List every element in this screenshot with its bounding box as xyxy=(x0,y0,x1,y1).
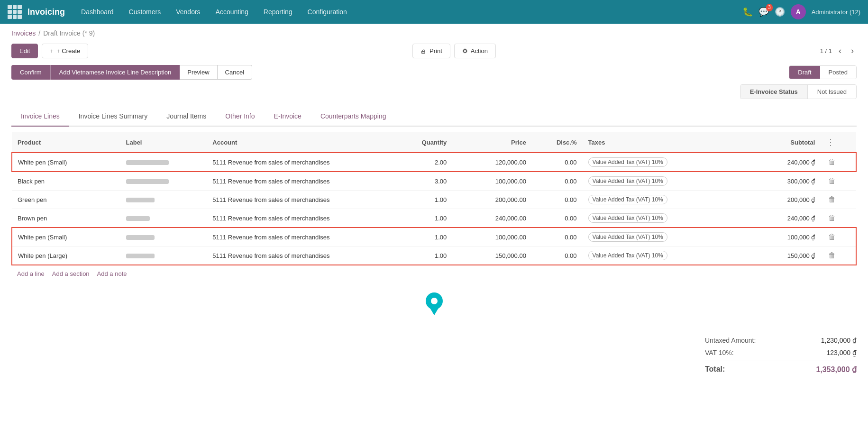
cell-delete[interactable]: 🗑 xyxy=(821,246,856,265)
vat-row: VAT 10%: 123,000 ₫ xyxy=(705,347,857,359)
col-header-actions: ⋮ xyxy=(821,132,856,153)
add-line-link[interactable]: Add a line xyxy=(17,270,45,277)
edit-button[interactable]: Edit xyxy=(11,44,38,58)
messages-icon[interactable]: 💬 3 xyxy=(758,7,769,17)
cell-quantity: 1.00 xyxy=(394,209,452,228)
clock-icon[interactable]: 🕐 xyxy=(775,7,785,17)
status-toggle: Draft Posted xyxy=(789,65,857,79)
breadcrumb-current: Draft Invoice (* 9) xyxy=(43,29,95,37)
map-pin-icon xyxy=(425,292,444,315)
print-button[interactable]: 🖨 Print xyxy=(412,44,450,58)
svg-marker-1 xyxy=(429,306,440,315)
label-blurred xyxy=(126,235,155,240)
nav-accounting[interactable]: Accounting xyxy=(209,5,255,18)
invoice-table: Product Label Account Quantity Price Dis… xyxy=(11,132,857,265)
delete-row-button[interactable]: 🗑 xyxy=(826,251,838,260)
app-title[interactable]: Invoicing xyxy=(27,7,65,17)
delete-row-button[interactable]: 🗑 xyxy=(826,233,838,241)
col-header-account: Account xyxy=(207,132,394,153)
cell-label xyxy=(120,191,207,209)
label-blurred xyxy=(126,216,150,221)
delete-row-button[interactable]: 🗑 xyxy=(826,177,838,185)
nav-configuration[interactable]: Configuration xyxy=(301,5,354,18)
cell-price: 100,000.00 xyxy=(452,172,532,191)
col-header-price: Price xyxy=(452,132,532,153)
cell-delete[interactable]: 🗑 xyxy=(821,209,856,228)
action-button[interactable]: ⚙ Action xyxy=(454,44,496,58)
map-pin-container xyxy=(11,282,857,325)
col-header-taxes: Taxes xyxy=(583,132,727,153)
status-posted-button[interactable]: Posted xyxy=(820,66,856,79)
cell-quantity: 1.00 xyxy=(394,191,452,209)
cell-disc: 0.00 xyxy=(532,172,583,191)
pager-prev[interactable]: ‹ xyxy=(836,45,844,57)
einvoice-status-row: E-Invoice Status Not Issued xyxy=(0,82,868,99)
tax-badge: Value Added Tax (VAT) 10% xyxy=(588,157,667,167)
table-row: Black pen 5111 Revenue from sales of mer… xyxy=(12,172,856,191)
cell-taxes: Value Added Tax (VAT) 10% xyxy=(583,191,727,209)
cell-label xyxy=(120,228,207,246)
cell-delete[interactable]: 🗑 xyxy=(821,172,856,191)
nav-reporting[interactable]: Reporting xyxy=(257,5,299,18)
totals-section: Untaxed Amount: 1,230,000 ₫ VAT 10%: 123… xyxy=(0,325,868,386)
messages-badge: 3 xyxy=(766,4,773,11)
cell-label xyxy=(120,172,207,191)
tab-counterparts-mapping[interactable]: Counterparts Mapping xyxy=(311,107,396,127)
add-section-link[interactable]: Add a section xyxy=(52,270,90,277)
nav-dashboard[interactable]: Dashboard xyxy=(74,5,120,18)
total-label: Total: xyxy=(705,365,725,374)
cell-account: 5111 Revenue from sales of merchandises xyxy=(207,228,394,246)
cell-label xyxy=(120,246,207,265)
col-header-disc: Disc.% xyxy=(532,132,583,153)
cell-disc: 0.00 xyxy=(532,246,583,265)
delete-row-button[interactable]: 🗑 xyxy=(826,195,838,204)
tab-e-invoice[interactable]: E-Invoice xyxy=(265,107,311,127)
user-label[interactable]: Administrator (12) xyxy=(812,9,860,16)
delete-row-button[interactable]: 🗑 xyxy=(826,214,838,222)
cell-delete[interactable]: 🗑 xyxy=(821,191,856,209)
cell-account: 5111 Revenue from sales of merchandises xyxy=(207,246,394,265)
tab-invoice-lines[interactable]: Invoice Lines xyxy=(11,107,69,127)
user-avatar[interactable]: A xyxy=(791,4,806,19)
einvoice-status-label: E-Invoice Status xyxy=(740,85,808,99)
column-options-button[interactable]: ⋮ xyxy=(826,137,835,147)
add-vietnamese-button[interactable]: Add Vietnamese Invoice Line Description xyxy=(50,65,180,80)
action-row: Confirm Add Vietnamese Invoice Line Desc… xyxy=(0,62,868,82)
cell-subtotal: 300,000 ₫ xyxy=(727,172,821,191)
confirm-button[interactable]: Confirm xyxy=(11,65,50,80)
cancel-button[interactable]: Cancel xyxy=(218,65,252,80)
cell-product: Black pen xyxy=(12,172,120,191)
cell-label xyxy=(120,209,207,228)
tax-badge: Value Added Tax (VAT) 10% xyxy=(588,213,667,223)
status-draft-button[interactable]: Draft xyxy=(789,66,820,79)
cell-product: Brown pen xyxy=(12,209,120,228)
add-note-link[interactable]: Add a note xyxy=(97,270,127,277)
preview-button[interactable]: Preview xyxy=(180,65,217,80)
cell-price: 200,000.00 xyxy=(452,191,532,209)
tab-journal-items[interactable]: Journal Items xyxy=(157,107,216,127)
table-row: White pen (Large) 5111 Revenue from sale… xyxy=(12,246,856,265)
tax-badge: Value Added Tax (VAT) 10% xyxy=(588,195,667,204)
table-row: Green pen 5111 Revenue from sales of mer… xyxy=(12,191,856,209)
cell-delete[interactable]: 🗑 xyxy=(821,228,856,246)
nav-vendors[interactable]: Vendors xyxy=(169,5,207,18)
col-header-subtotal: Subtotal xyxy=(727,132,821,153)
app-grid-icon[interactable] xyxy=(8,5,22,19)
cell-delete[interactable]: 🗑 xyxy=(821,153,856,172)
breadcrumb-separator: / xyxy=(38,29,40,37)
delete-row-button[interactable]: 🗑 xyxy=(826,158,838,166)
cell-quantity: 2.00 xyxy=(394,153,452,172)
pager-next[interactable]: › xyxy=(848,45,857,57)
cell-account: 5111 Revenue from sales of merchandises xyxy=(207,191,394,209)
breadcrumb: Invoices / Draft Invoice (* 9) xyxy=(0,24,868,40)
breadcrumb-parent[interactable]: Invoices xyxy=(11,29,36,37)
pager-text: 1 / 1 xyxy=(820,47,832,55)
create-button[interactable]: + + Create xyxy=(42,44,88,58)
col-header-quantity: Quantity xyxy=(394,132,452,153)
tab-invoice-lines-summary[interactable]: Invoice Lines Summary xyxy=(69,107,157,127)
tab-other-info[interactable]: Other Info xyxy=(216,107,264,127)
cell-subtotal: 240,000 ₫ xyxy=(727,209,821,228)
debug-icon[interactable]: 🐛 xyxy=(742,7,753,17)
cell-subtotal: 200,000 ₫ xyxy=(727,191,821,209)
nav-customers[interactable]: Customers xyxy=(122,5,168,18)
